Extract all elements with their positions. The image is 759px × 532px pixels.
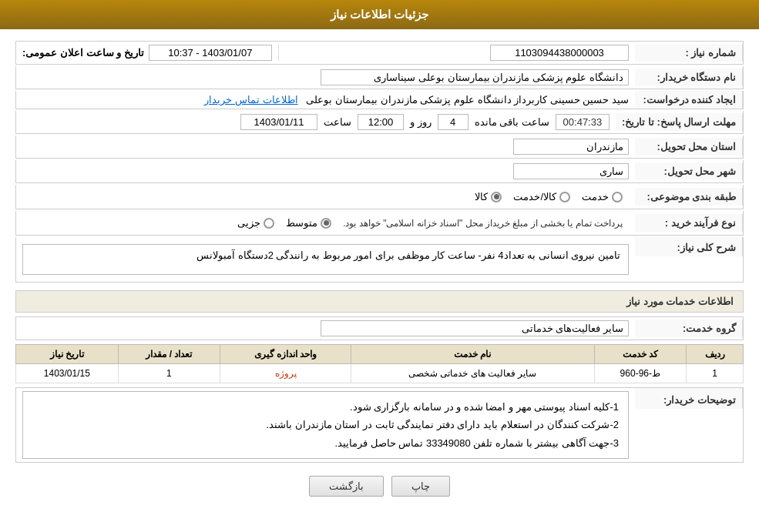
table-row: 1 ط-96-960 سایر فعالیت های خدماتی شخصی پ… xyxy=(16,364,744,383)
table-header-row: ردیف کد خدمت نام خدمت واحد اندازه گیری ت… xyxy=(16,345,744,364)
col-unit: واحد اندازه گیری xyxy=(220,345,351,364)
cell-service-name: سایر فعالیت های خدماتی شخصی xyxy=(351,364,595,383)
province-row: استان محل تحویل: مازندران xyxy=(15,136,744,159)
radio-medium-icon xyxy=(321,218,331,229)
radio-goods-service-icon xyxy=(559,192,570,202)
countdown-value: 00:47:33 xyxy=(556,114,610,130)
note-line: 2-شرکت کنندگان در استعلام باید دارای دفت… xyxy=(32,416,619,433)
print-button[interactable]: چاپ xyxy=(391,476,450,497)
deadline-date: 1403/01/11 xyxy=(240,114,317,130)
deadline-time: 12:00 xyxy=(358,114,404,130)
category-row: طبقه بندی موضوعی: خدمت کالا/خدمت xyxy=(15,185,744,209)
buyer-org-input: دانشگاه علوم پزشکی مازندران بیمارستان بو… xyxy=(321,69,629,85)
purchase-partial-label: جزیی xyxy=(237,217,260,229)
request-announce-row: شماره نیاز : 1103094438000003 1403/01/07… xyxy=(15,41,744,65)
buyer-notes-label: توضیحات خریدار: xyxy=(635,388,743,409)
city-input: ساری xyxy=(513,163,629,179)
page-wrapper: جزئیات اطلاعات نیاز شماره نیاز : 1103094… xyxy=(0,0,759,532)
need-desc-value: تامین نیروی انسانی به تعداد4 نفر- ساعت ک… xyxy=(16,237,635,282)
col-date: تاریخ نیاز xyxy=(16,345,119,364)
deadline-row: مهلت ارسال پاسخ: تا تاریخ: 00:47:33 ساعت… xyxy=(15,111,744,134)
note-line: 3-جهت آگاهی بیشتر با شماره تلفن 33349080… xyxy=(32,434,619,452)
buyer-notes-value: 1-کلیه اسناد پیوستی مهر و امضا شده و در … xyxy=(16,388,635,462)
page-header: جزئیات اطلاعات نیاز xyxy=(0,0,759,29)
col-row-num: ردیف xyxy=(687,345,744,364)
button-row: چاپ بازگشت xyxy=(15,472,744,500)
radio-service-icon xyxy=(612,192,623,202)
category-option-goods-service[interactable]: کالا/خدمت xyxy=(513,191,570,202)
category-options: خدمت کالا/خدمت کالا xyxy=(16,185,635,209)
service-group-value: سایر فعالیت‌های خدماتی xyxy=(16,317,635,340)
content-inner: شماره نیاز : 1103094438000003 1403/01/07… xyxy=(15,41,744,500)
request-number-input: 1103094438000003 xyxy=(490,45,629,61)
buyer-notes-box: 1-کلیه اسناد پیوستی مهر و امضا شده و در … xyxy=(22,391,629,459)
col-service-name: نام خدمت xyxy=(351,345,595,364)
category-option-goods[interactable]: کالا xyxy=(475,191,502,202)
buyer-org-value: دانشگاه علوم پزشکی مازندران بیمارستان بو… xyxy=(16,66,635,89)
province-label: استان محل تحویل: xyxy=(635,138,743,156)
announce-value: 1403/01/07 - 10:37 xyxy=(149,45,272,61)
service-group-input: سایر فعالیت‌های خدماتی xyxy=(321,320,629,336)
category-goods-label: کالا xyxy=(475,191,488,202)
requester-label: ایجاد کننده درخواست: xyxy=(635,91,743,109)
back-button[interactable]: بازگشت xyxy=(309,476,384,497)
need-desc-box: تامین نیروی انسانی به تعداد4 نفر- ساعت ک… xyxy=(22,244,629,275)
purchase-option-partial[interactable]: جزیی xyxy=(237,217,274,229)
note-line: 1-کلیه اسناد پیوستی مهر و امضا شده و در … xyxy=(32,398,619,416)
countdown-label: ساعت باقی مانده xyxy=(475,116,549,128)
cell-service-code: ط-96-960 xyxy=(594,364,686,383)
announce-label: تاریخ و ساعت اعلان عمومی: xyxy=(22,47,144,59)
requester-value: سید حسین حسینی کاربرداز دانشگاه علوم پزش… xyxy=(16,91,635,109)
deadline-days: 4 xyxy=(438,114,468,130)
category-label: طبقه بندی موضوعی: xyxy=(635,188,743,206)
need-desc-label: شرح کلی نیاز: xyxy=(635,237,743,256)
cell-date: 1403/01/15 xyxy=(16,364,119,383)
cell-row-num: 1 xyxy=(687,364,744,383)
purchase-option-medium[interactable]: متوسط xyxy=(286,217,331,229)
city-row: شهر محل تحویل: ساری xyxy=(15,160,744,183)
cell-quantity: 1 xyxy=(118,364,220,383)
services-table: ردیف کد خدمت نام خدمت واحد اندازه گیری ت… xyxy=(15,344,744,383)
content-area: شماره نیاز : 1103094438000003 1403/01/07… xyxy=(0,29,759,512)
cell-unit: پروژه xyxy=(220,364,351,383)
announce-date-container: 1403/01/07 - 10:37 تاریخ و ساعت اعلان عم… xyxy=(16,45,279,61)
request-number-value: 1103094438000003 xyxy=(279,42,635,64)
col-service-code: کد خدمت xyxy=(594,345,686,364)
province-input: مازندران xyxy=(513,139,629,155)
category-goods-service-label: کالا/خدمت xyxy=(513,191,556,202)
requester-link[interactable]: اطلاعات تماس خریدار xyxy=(204,94,297,105)
radio-partial-icon xyxy=(264,218,274,229)
city-value: ساری xyxy=(16,160,635,182)
header-title: جزئیات اطلاعات نیاز xyxy=(331,8,428,21)
buyer-org-label: نام دستگاه خریدار: xyxy=(635,69,743,86)
purchase-type-label: نوع فرآیند خرید : xyxy=(635,214,743,232)
service-group-label: گروه خدمت: xyxy=(635,320,743,337)
need-desc-row: شرح کلی نیاز: تامین نیروی انسانی به تعدا… xyxy=(15,237,744,283)
deadline-time-label: ساعت xyxy=(324,116,351,128)
datetime-row: 00:47:33 ساعت باقی مانده 4 روز و 12:00 س… xyxy=(22,114,610,130)
col-quantity: تعداد / مقدار xyxy=(118,345,220,364)
deadline-value-cell: 00:47:33 ساعت باقی مانده 4 روز و 12:00 س… xyxy=(16,111,616,133)
requester-name: سید حسین حسینی کاربرداز دانشگاه علوم پزش… xyxy=(306,94,629,105)
buyer-notes-row: توضیحات خریدار: 1-کلیه اسناد پیوستی مهر … xyxy=(15,387,744,463)
purchase-medium-label: متوسط xyxy=(286,217,317,229)
purchase-type-row: نوع فرآیند خرید : پرداخت تمام یا بخشی از… xyxy=(15,211,744,236)
request-number-label: شماره نیاز : xyxy=(635,44,743,62)
buyer-org-row: نام دستگاه خریدار: دانشگاه علوم پزشکی ما… xyxy=(15,66,744,89)
purchase-note: پرداخت تمام یا بخشی از مبلغ خریداز محل "… xyxy=(343,218,623,229)
requester-row: ایجاد کننده درخواست: سید حسین حسینی کارب… xyxy=(15,91,744,109)
services-section-header: اطلاعات خدمات مورد نیاز xyxy=(15,290,744,313)
city-label: شهر محل تحویل: xyxy=(635,162,743,180)
category-radio-group: خدمت کالا/خدمت کالا xyxy=(22,188,629,206)
province-value: مازندران xyxy=(16,136,635,158)
category-option-service[interactable]: خدمت xyxy=(582,191,623,202)
purchase-type-value: پرداخت تمام یا بخشی از مبلغ خریداز محل "… xyxy=(16,211,635,235)
category-service-label: خدمت xyxy=(582,191,609,202)
radio-goods-icon xyxy=(491,192,502,202)
purchase-radio-group: پرداخت تمام یا بخشی از مبلغ خریداز محل "… xyxy=(22,214,629,232)
deadline-label: مهلت ارسال پاسخ: تا تاریخ: xyxy=(616,113,743,131)
service-group-row: گروه خدمت: سایر فعالیت‌های خدماتی xyxy=(15,316,744,340)
deadline-days-label: روز و xyxy=(410,116,432,128)
